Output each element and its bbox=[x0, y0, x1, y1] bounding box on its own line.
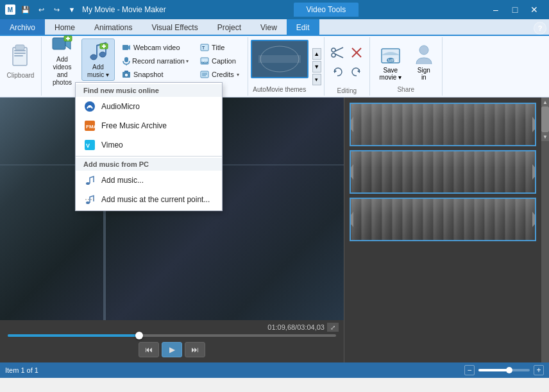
svg-rect-3 bbox=[14, 53, 26, 54]
menu-separator-1 bbox=[76, 156, 222, 157]
progress-thumb[interactable] bbox=[135, 332, 143, 339]
theme-thumbnail-1[interactable] bbox=[251, 40, 308, 78]
snapshot-icon bbox=[122, 70, 131, 79]
svg-marker-51 bbox=[357, 69, 360, 73]
vimeo-label: Vimeo bbox=[101, 141, 123, 149]
paste-button[interactable] bbox=[5, 40, 36, 71]
minimize-button[interactable]: – bbox=[486, 3, 505, 16]
svg-point-23 bbox=[86, 201, 90, 204]
automovie-label: AutoMovie themes bbox=[251, 86, 308, 93]
progress-bar[interactable] bbox=[8, 334, 336, 337]
rotate-right-icon bbox=[350, 65, 364, 79]
add-music-button[interactable]: Addmusic ▾ bbox=[81, 38, 115, 81]
svg-point-11 bbox=[99, 52, 106, 57]
tab-archivo[interactable]: Archivo bbox=[0, 19, 45, 35]
free-music-archive-item[interactable]: FMA Free Music Archive bbox=[76, 116, 222, 135]
tab-view[interactable]: View bbox=[251, 19, 287, 35]
add-music-icon bbox=[87, 40, 110, 62]
vimeo-item[interactable]: V Vimeo bbox=[76, 135, 222, 155]
tab-edit[interactable]: Edit bbox=[287, 19, 319, 35]
window-title: My Movie - Movie Maker bbox=[82, 5, 166, 14]
timeline-strip-1[interactable] bbox=[350, 103, 536, 146]
zoom-slider[interactable] bbox=[478, 369, 530, 371]
home-group-content: Add videosand photos bbox=[46, 38, 244, 86]
help-button[interactable]: ? bbox=[534, 22, 546, 35]
save-movie-button[interactable]: MP4 Savemovie ▾ bbox=[374, 41, 407, 83]
redo-qa-button[interactable]: ↪ bbox=[50, 3, 63, 16]
zoom-out-button[interactable]: − bbox=[464, 365, 475, 375]
credits-label: Credits bbox=[212, 71, 234, 78]
zoom-in-button[interactable]: + bbox=[534, 365, 544, 375]
tab-animations[interactable]: Animations bbox=[85, 19, 142, 35]
title-button[interactable]: T Title bbox=[196, 41, 244, 54]
themes-scroll-up[interactable]: ▲ bbox=[312, 48, 321, 60]
audiomicro-item[interactable]: AudioMicro bbox=[76, 97, 222, 116]
snapshot-button[interactable]: Snapshot bbox=[117, 68, 193, 81]
svg-rect-27 bbox=[124, 57, 128, 62]
rotate-right-button[interactable] bbox=[348, 63, 366, 81]
app-icon: M bbox=[5, 4, 15, 15]
close-button[interactable]: ✕ bbox=[525, 3, 544, 16]
sign-in-icon bbox=[414, 44, 434, 67]
record-narration-button[interactable]: Record narration ▾ bbox=[117, 55, 193, 67]
themes-scroll-down[interactable]: ▼ bbox=[312, 61, 321, 72]
add-music-pc-item[interactable]: Add music... bbox=[76, 171, 222, 190]
scroll-up-button[interactable]: ▲ bbox=[541, 98, 549, 107]
tab-visual-effects[interactable]: Visual Effects bbox=[142, 19, 207, 35]
video-tools-context-tab[interactable]: Video Tools bbox=[294, 3, 359, 17]
add-music-label: Addmusic ▾ bbox=[87, 64, 109, 79]
prev-frame-button[interactable]: ⏮ bbox=[139, 342, 159, 357]
next-frame-button[interactable]: ⏭ bbox=[185, 342, 205, 357]
add-music-pc-icon bbox=[83, 174, 96, 187]
scroll-thumb[interactable] bbox=[541, 107, 549, 132]
strip3-right-notch bbox=[532, 212, 536, 227]
tab-project[interactable]: Project bbox=[208, 19, 251, 35]
svg-rect-4 bbox=[14, 55, 23, 56]
play-button[interactable]: ▶ bbox=[162, 342, 182, 357]
timeline-strip-2[interactable] bbox=[350, 150, 536, 194]
add-videos-label: Add videosand photos bbox=[47, 56, 77, 87]
remove-button[interactable] bbox=[348, 44, 366, 62]
rotate-left-button[interactable] bbox=[328, 63, 346, 81]
title-bar-left: M 💾 ↩ ↪ ▼ My Movie - Movie Maker bbox=[5, 3, 166, 16]
trim-button[interactable] bbox=[328, 44, 346, 62]
add-music-pc-label: Add music... bbox=[101, 176, 144, 185]
webcam-video-button[interactable]: Webcam video bbox=[117, 41, 193, 54]
fma-label: Free Music Archive bbox=[101, 121, 167, 130]
transport-controls: ⏮ ▶ ⏭ bbox=[5, 339, 339, 360]
add-music-container: Addmusic ▾ Find new music online bbox=[81, 38, 115, 81]
caption-button[interactable]: Aa Caption bbox=[196, 55, 244, 67]
svg-rect-43 bbox=[258, 55, 301, 63]
maximize-button[interactable]: □ bbox=[505, 3, 525, 16]
paste-icon bbox=[9, 42, 32, 68]
sign-in-button[interactable]: Signin bbox=[410, 41, 438, 83]
timeline-vertical-scrollbar[interactable]: ▲ ▼ bbox=[541, 98, 549, 362]
timeline-strip-3[interactable] bbox=[350, 198, 536, 241]
expand-view-button[interactable]: ⤢ bbox=[327, 323, 339, 332]
svg-rect-1 bbox=[15, 45, 24, 50]
status-right: − + bbox=[464, 365, 544, 375]
save-qa-button[interactable]: 💾 bbox=[19, 3, 32, 16]
home-ribbon-group: Add videosand photos bbox=[42, 37, 248, 96]
svg-point-17 bbox=[89, 105, 91, 108]
scroll-down-button[interactable]: ▼ bbox=[541, 132, 549, 141]
zoom-thumb[interactable] bbox=[506, 367, 512, 373]
credits-dropdown-arrow: ▾ bbox=[237, 72, 239, 78]
save-movie-label: Savemovie ▾ bbox=[380, 67, 401, 81]
svg-marker-50 bbox=[334, 69, 337, 73]
svg-text:Aa: Aa bbox=[202, 60, 207, 64]
undo-qa-button[interactable]: ↩ bbox=[35, 3, 47, 16]
themes-expand[interactable]: ▾ bbox=[312, 74, 321, 85]
add-videos-button[interactable]: Add videosand photos bbox=[46, 38, 79, 81]
sign-in-label: Signin bbox=[418, 67, 430, 81]
credits-button[interactable]: Credits ▾ bbox=[196, 68, 244, 81]
scroll-track bbox=[541, 107, 549, 132]
time-display-text: 01:09,68/03:04,03 bbox=[267, 323, 325, 331]
add-music-at-point-item[interactable]: Add music at the current point... bbox=[76, 190, 222, 209]
customize-qa-button[interactable]: ▼ bbox=[65, 3, 78, 16]
strip-left-notch bbox=[350, 117, 353, 132]
share-group: MP4 Savemovie ▾ Signin Share bbox=[370, 37, 443, 96]
timeline-strips-container bbox=[344, 98, 549, 246]
svg-point-10 bbox=[90, 55, 97, 60]
audiomicro-icon bbox=[83, 100, 96, 113]
